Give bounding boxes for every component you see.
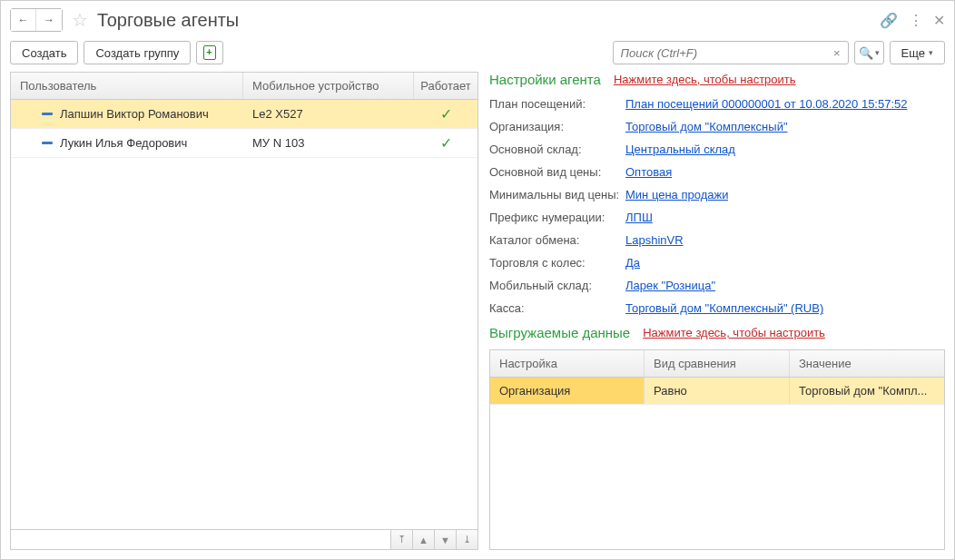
- title-actions: 🔗 ⋮ ✕: [880, 12, 945, 29]
- page-title: Торговые агенты: [97, 10, 874, 31]
- forward-button[interactable]: →: [36, 9, 62, 31]
- prop-value-link[interactable]: Торговый дом "Комплексный": [625, 120, 788, 133]
- prop-value-link[interactable]: Ларек "Розница": [625, 279, 715, 292]
- prop-value-link[interactable]: Оптовая: [625, 165, 672, 179]
- col-header-setting[interactable]: Настройка: [490, 350, 645, 377]
- prop-row: Основной вид цены:Оптовая: [489, 161, 945, 183]
- arrow-left-icon: ←: [18, 14, 29, 26]
- agent-settings-configure-link[interactable]: Нажмите здесь, чтобы настроить: [614, 73, 796, 86]
- prop-row: Префикс нумерации:ЛПШ: [489, 206, 945, 229]
- create-group-button[interactable]: Создать группу: [84, 41, 191, 64]
- prop-row: План посещений:План посещений 000000001 …: [489, 93, 945, 115]
- prop-value-link[interactable]: Центральный склад: [625, 142, 735, 156]
- prop-row: Организация:Торговый дом "Комплексный": [489, 115, 945, 138]
- more-button[interactable]: Еще ▾: [890, 41, 945, 64]
- prop-label: Минимальны вид цены:: [489, 188, 625, 201]
- col-header-value[interactable]: Значение: [790, 350, 944, 377]
- prop-label: Касса:: [489, 301, 625, 315]
- details-pane: Настройки агента Нажмите здесь, чтобы на…: [489, 72, 945, 550]
- prop-value-link[interactable]: LapshinVR: [625, 233, 684, 247]
- col-header-user[interactable]: Пользователь: [11, 73, 243, 99]
- scroll-top-button[interactable]: ⤒: [390, 530, 412, 549]
- toolbar: Создать Создать группу × 🔍 ▾ Еще ▾: [10, 41, 945, 64]
- kebab-menu-icon[interactable]: ⋮: [909, 12, 922, 29]
- grid-header: Пользователь Мобильное устройство Работа…: [11, 73, 478, 100]
- back-button[interactable]: ←: [11, 9, 36, 31]
- new-doc-button[interactable]: [196, 41, 223, 64]
- search-input[interactable]: [619, 45, 832, 61]
- grid-footer: ⤒ ▲ ▼ ⤓: [11, 529, 478, 549]
- prop-value-link[interactable]: План посещений 000000001 от 10.08.2020 1…: [625, 97, 908, 111]
- titlebar: ← → ☆ Торговые агенты 🔗 ⋮ ✕: [10, 6, 945, 34]
- prop-label: Торговля с колес:: [489, 256, 625, 270]
- prop-row: Основной склад:Центральный склад: [489, 138, 945, 161]
- magnifier-icon: 🔍: [859, 46, 873, 60]
- agent-properties: План посещений:План посещений 000000001 …: [489, 93, 945, 319]
- user-name: Лапшин Виктор Романович: [60, 107, 209, 121]
- col-header-comparison[interactable]: Вид сравнения: [645, 350, 790, 377]
- export-data-header: Выгружаемые данные Нажмите здесь, чтобы …: [489, 325, 945, 340]
- favorite-icon[interactable]: ☆: [72, 9, 88, 31]
- agent-settings-title: Настройки агента: [489, 72, 601, 87]
- prop-label: Основной вид цены:: [489, 165, 625, 179]
- export-grid-header: Настройка Вид сравнения Значение: [490, 350, 944, 378]
- caret-down-icon: ▾: [875, 48, 880, 57]
- prop-value-link[interactable]: Мин цена продажи: [625, 188, 728, 201]
- prop-value-link[interactable]: Торговый дом "Комплексный" (RUB): [625, 301, 823, 315]
- export-row[interactable]: Организация Равно Торговый дом "Компл...: [490, 378, 944, 405]
- prop-row: Каталог обмена:LapshinVR: [489, 229, 945, 251]
- export-data-configure-link[interactable]: Нажмите здесь, чтобы настроить: [643, 326, 825, 339]
- prop-value-link[interactable]: Да: [625, 256, 640, 270]
- comparison-cell: Равно: [645, 378, 790, 404]
- close-icon[interactable]: ✕: [933, 12, 945, 29]
- user-name: Лукин Илья Федорович: [60, 136, 187, 150]
- item-icon: [42, 142, 53, 144]
- value-cell: Торговый дом "Компл...: [790, 378, 944, 404]
- prop-row: Мобильный склад:Ларек "Розница": [489, 274, 945, 297]
- more-label: Еще: [901, 46, 925, 60]
- prop-row: Торговля с колес:Да: [489, 251, 945, 274]
- prop-label: Мобильный склад:: [489, 279, 625, 292]
- prop-value-link[interactable]: ЛПШ: [625, 211, 653, 224]
- prop-label: Префикс нумерации:: [489, 211, 625, 224]
- table-row[interactable]: Лукин Илья Федорович МУ N 103 ✓: [11, 129, 478, 158]
- document-plus-icon: [203, 45, 216, 60]
- link-icon[interactable]: 🔗: [880, 12, 898, 29]
- scroll-bottom-button[interactable]: ⤓: [456, 530, 478, 549]
- scroll-up-button[interactable]: ▲: [412, 530, 434, 549]
- agent-settings-header: Настройки агента Нажмите здесь, чтобы на…: [489, 72, 945, 87]
- export-grid: Настройка Вид сравнения Значение Организ…: [489, 349, 945, 550]
- search-box[interactable]: ×: [613, 41, 849, 64]
- col-header-device[interactable]: Мобильное устройство: [243, 73, 414, 99]
- setting-cell: Организация: [490, 378, 645, 404]
- table-row[interactable]: Лапшин Виктор Романович Le2 X527 ✓: [11, 100, 478, 129]
- create-button[interactable]: Создать: [10, 41, 78, 64]
- prop-row: Минимальны вид цены:Мин цена продажи: [489, 183, 945, 206]
- check-icon: ✓: [440, 105, 452, 123]
- prop-label: Организация:: [489, 120, 625, 133]
- device-cell: МУ N 103: [243, 131, 414, 155]
- agents-grid: Пользователь Мобильное устройство Работа…: [10, 72, 478, 550]
- prop-label: План посещений:: [489, 97, 625, 111]
- clear-search-icon[interactable]: ×: [832, 46, 842, 60]
- nav-group: ← →: [10, 8, 63, 32]
- device-cell: Le2 X527: [243, 102, 414, 126]
- scroll-down-button[interactable]: ▼: [434, 530, 456, 549]
- search-menu-button[interactable]: 🔍 ▾: [854, 41, 884, 64]
- prop-label: Основной склад:: [489, 142, 625, 156]
- main-window: ← → ☆ Торговые агенты 🔗 ⋮ ✕ Создать Созд…: [0, 0, 955, 560]
- caret-down-icon: ▾: [929, 48, 933, 57]
- prop-label: Каталог обмена:: [489, 233, 625, 247]
- arrow-right-icon: →: [44, 14, 54, 26]
- grid-body: Лапшин Виктор Романович Le2 X527 ✓ Лукин…: [11, 100, 478, 529]
- check-icon: ✓: [440, 134, 452, 152]
- content: Пользователь Мобильное устройство Работа…: [10, 72, 945, 550]
- col-header-works[interactable]: Работает: [414, 73, 478, 99]
- item-icon: [42, 113, 53, 115]
- prop-row: Касса:Торговый дом "Комплексный" (RUB): [489, 297, 945, 319]
- export-data-title: Выгружаемые данные: [489, 325, 630, 340]
